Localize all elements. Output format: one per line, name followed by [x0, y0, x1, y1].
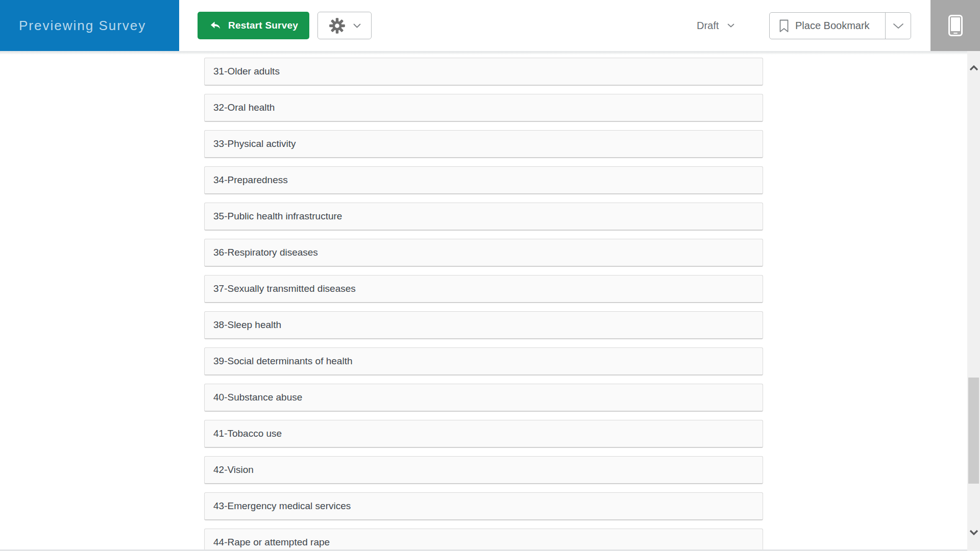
choice-item[interactable]: 36-Respiratory diseases	[204, 239, 763, 267]
choice-label: 39-Social determinants of health	[213, 356, 353, 367]
place-bookmark-split-button: Place Bookmark	[769, 12, 911, 39]
previewing-survey-label: Previewing Survey	[0, 0, 179, 51]
chevron-down-icon	[353, 23, 361, 28]
draft-status-dropdown[interactable]: Draft	[697, 0, 734, 51]
choice-item[interactable]: 35-Public health infrastructure	[204, 203, 763, 231]
choice-item[interactable]: 40-Substance abuse	[204, 384, 763, 412]
preview-toolbar: Previewing Survey Restart Survey	[0, 0, 980, 51]
choice-item[interactable]: 41-Tobacco use	[204, 420, 763, 448]
scrollbar-thumb[interactable]	[968, 378, 979, 484]
bookmark-icon	[779, 19, 789, 33]
choice-label: 37-Sexually transmitted diseases	[213, 283, 356, 294]
choice-label: 32-Oral health	[213, 102, 275, 113]
place-bookmark-label: Place Bookmark	[795, 20, 870, 32]
mobile-phone-icon	[948, 15, 963, 36]
mobile-preview-toggle[interactable]	[930, 0, 980, 51]
choice-label: 43-Emergency medical services	[213, 500, 351, 512]
settings-dropdown-button[interactable]	[317, 12, 372, 39]
toolbar-shadow	[0, 51, 980, 55]
choice-label: 44-Rape or attempted rape	[213, 537, 330, 548]
choice-item[interactable]: 44-Rape or attempted rape	[204, 529, 763, 551]
draft-status-label: Draft	[697, 20, 719, 32]
choice-item[interactable]: 38-Sleep health	[204, 311, 763, 339]
undo-icon	[209, 20, 222, 31]
choice-label: 40-Substance abuse	[213, 392, 302, 403]
choice-label: 41-Tobacco use	[213, 428, 282, 439]
choice-label: 31-Older adults	[213, 66, 280, 77]
choice-label: 42-Vision	[213, 464, 254, 475]
choice-label: 36-Respiratory diseases	[213, 247, 318, 258]
chevron-down-icon	[727, 23, 734, 28]
place-bookmark-button[interactable]: Place Bookmark	[770, 13, 885, 39]
choice-item[interactable]: 33-Physical activity	[204, 130, 763, 158]
previewing-survey-badge: Previewing Survey	[0, 0, 179, 51]
bookmark-dropdown-button[interactable]	[885, 13, 911, 39]
chevron-up-icon	[969, 65, 978, 71]
choice-list: 31-Older adults32-Oral health33-Physical…	[204, 58, 763, 551]
scrollbar[interactable]	[967, 51, 980, 551]
choice-item[interactable]: 37-Sexually transmitted diseases	[204, 275, 763, 303]
choice-item[interactable]: 34-Preparedness	[204, 166, 763, 194]
choice-item[interactable]: 32-Oral health	[204, 94, 763, 122]
gear-icon	[329, 17, 346, 34]
chevron-down-icon	[969, 530, 978, 535]
choice-label: 34-Preparedness	[213, 174, 288, 186]
chevron-down-icon	[893, 23, 904, 29]
choice-label: 35-Public health infrastructure	[213, 211, 342, 222]
scroll-down-button[interactable]	[967, 524, 980, 540]
choice-item[interactable]: 39-Social determinants of health	[204, 347, 763, 375]
scroll-up-button[interactable]	[967, 60, 980, 76]
choice-item[interactable]: 43-Emergency medical services	[204, 492, 763, 520]
restart-survey-label: Restart Survey	[228, 20, 298, 31]
survey-preview-window: Previewing Survey Restart Survey	[0, 0, 980, 551]
choice-label: 38-Sleep health	[213, 319, 281, 331]
restart-survey-button[interactable]: Restart Survey	[198, 12, 309, 39]
choice-item[interactable]: 31-Older adults	[204, 58, 763, 86]
choice-item[interactable]: 42-Vision	[204, 456, 763, 484]
choice-label: 33-Physical activity	[213, 138, 296, 149]
